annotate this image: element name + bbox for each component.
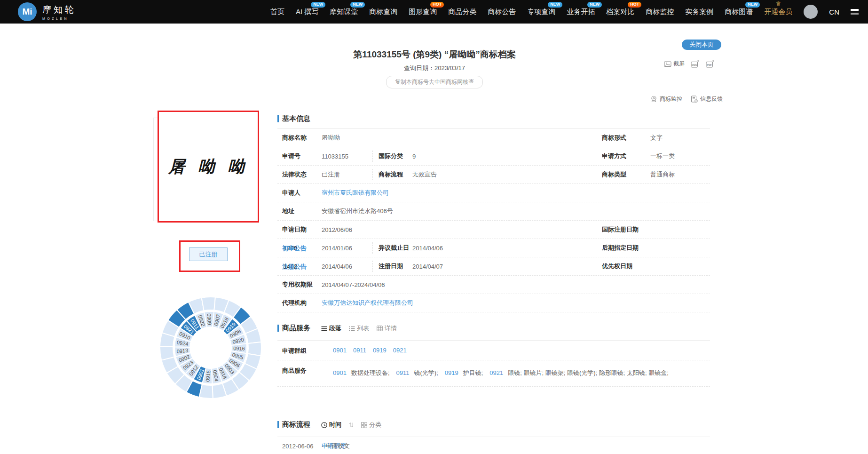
copy-check-button[interactable]: 复制本商标号去中国商标网核查 [386, 76, 483, 88]
field-label: 国际分类 [379, 152, 403, 160]
field-label: 地址 [282, 207, 294, 215]
group-code-link[interactable]: 0919 [373, 347, 387, 354]
section-accent-bar [277, 115, 279, 122]
tab-paragraph-view[interactable]: 段落 [321, 324, 341, 333]
group-code-link[interactable]: 0901 [333, 347, 347, 354]
goods-services-row: 商品服务 0901数据处理设备;0911镜(光学);0919护目镜;0921眼镜… [277, 360, 710, 387]
nav-item-10[interactable]: 商标监控 [646, 8, 674, 16]
wheel-outer-segment-0909[interactable] [202, 297, 215, 311]
class-wheel-chart[interactable]: 0922090909070918091909080920091609050906… [158, 295, 263, 400]
field-value: 普通商标 [650, 170, 675, 179]
flow-group-category[interactable]: 分类 [361, 421, 381, 429]
nav-badge: NEW [587, 2, 602, 8]
goods-view-tabs: 段落 列表 详情 [321, 324, 397, 333]
registered-status-button[interactable]: 已注册 [189, 247, 228, 261]
monitor-camera-icon [650, 96, 657, 103]
gazette-link[interactable]: 初审公告 [282, 244, 307, 252]
nav-item-0[interactable]: 首页 [270, 8, 284, 16]
hamburger-menu-icon[interactable] [851, 9, 859, 15]
nav-item-5[interactable]: 商品分类 [448, 8, 476, 16]
field-value-link[interactable]: 宿州市夏氏眼镜有限公司 [322, 189, 389, 197]
basic-info-section: 基本信息 商标名称屠呦呦商标形式文字申请号11033155国际分类9申请方式一标… [277, 114, 710, 312]
field-value: 文字 [650, 134, 663, 142]
goods-code-link[interactable]: 0911 [396, 369, 410, 376]
nav-item-3[interactable]: 商标查询 [369, 8, 397, 16]
field-label: 注册公告1402 [282, 263, 297, 270]
svg-text:DOC: DOC [692, 63, 697, 66]
nav-item-4[interactable]: 图形查询HOT [409, 8, 437, 16]
field-label: 法律状态 [282, 170, 307, 179]
export-toolbar: 截屏 DOC PDF [664, 60, 715, 68]
tab-list-view[interactable]: 列表 [349, 324, 369, 333]
field-label: 异议截止日 [379, 244, 409, 252]
field-value: 2014/04/07 [412, 263, 443, 270]
section-accent-bar [277, 325, 279, 332]
tab-detail-view[interactable]: 详情 [377, 324, 397, 333]
goods-text: 镜(光学); [414, 369, 438, 376]
nav-item-7[interactable]: 专项查询NEW [527, 8, 555, 16]
goods-code-link[interactable]: 0921 [489, 369, 503, 376]
sort-arrows-icon [349, 422, 354, 428]
flow-sort-toggle[interactable] [349, 422, 354, 428]
field-label: 申请方式 [602, 152, 626, 160]
flow-date: 2012-06-06 [282, 443, 314, 450]
screenshot-icon [664, 61, 671, 67]
group-code-link[interactable]: 0911 [353, 347, 366, 354]
field-label: 商标流程 [379, 170, 403, 179]
goods-title: 商品服务 [282, 324, 310, 333]
goods-section: 商品服务 段落 列表 详情 申请群组 0901091109190921 [277, 324, 710, 387]
user-avatar[interactable] [804, 5, 818, 19]
trademark-detail-page: Mi 摩知轮 MOZLEN 首页AI 撰写NEW摩知课堂NEW商标查询图形查询H… [0, 0, 868, 454]
flow-sort-time[interactable]: 时间 [321, 421, 341, 429]
page-title: 第11033155号 (第9类) “屠呦呦”商标档案 [147, 48, 722, 61]
export-doc-button[interactable]: DOC [691, 60, 700, 68]
nav-item-8[interactable]: 业务开拓NEW [567, 8, 595, 16]
wheel-label-0915: 0915 [205, 370, 211, 382]
nav-item-1[interactable]: AI 撰写NEW [296, 8, 318, 16]
pdf-file-icon: PDF [706, 60, 715, 68]
doc-file-icon: DOC [691, 60, 700, 68]
flow-title: 商标流程 [282, 420, 310, 429]
wheel-label-0909: 0909 [206, 313, 213, 325]
field-value: 2012/06/06 [322, 226, 352, 233]
nav-item-2[interactable]: 摩知课堂NEW [330, 8, 358, 16]
flow-row: 2012-06-06申请程序 - 申请收文 [277, 437, 710, 454]
trademark-monitor-link[interactable]: 商标监控 [650, 95, 682, 103]
nav-item-11[interactable]: 实务案例 [685, 8, 713, 16]
nav-item-9[interactable]: 档案对比HOT [606, 8, 634, 16]
nav-badge: HOT [430, 2, 444, 8]
page-tools: 商标监控 信息反馈 [650, 95, 723, 103]
language-switcher[interactable]: CN [829, 8, 839, 16]
nav-badge: NEW [350, 2, 365, 8]
close-page-button[interactable]: 关闭本页 [682, 40, 721, 50]
feedback-doc-icon [691, 96, 698, 103]
basic-info-row-5: 申请日期2012/06/06国际注册日期 [277, 221, 710, 239]
group-code-link[interactable]: 0921 [393, 347, 407, 354]
field-label: 优先权日期 [602, 262, 632, 271]
basic-info-row-2: 法律状态已注册商标流程无效宣告商标类型普通商标 [277, 166, 710, 184]
field-label: 申请人 [282, 189, 300, 197]
brand-subname: MOZLEN [42, 17, 76, 20]
goods-code-link[interactable]: 0919 [445, 369, 458, 376]
basic-info-row-1: 申请号11033155国际分类9申请方式一标一类 [277, 147, 710, 166]
goods-code-link[interactable]: 0901 [333, 369, 347, 376]
field-value-link[interactable]: 安徽万信达知识产权代理有限公司 [322, 299, 413, 307]
svg-text:PDF: PDF [707, 63, 712, 66]
nav-item-12[interactable]: 商标图谱NEW [725, 8, 753, 16]
export-pdf-button[interactable]: PDF [706, 60, 715, 68]
feedback-link[interactable]: 信息反馈 [691, 95, 723, 103]
brand-logo[interactable]: Mi 摩知轮 MOZLEN [18, 2, 76, 21]
logo-icon: Mi [18, 2, 37, 21]
basic-info-title: 基本信息 [282, 114, 310, 123]
nav-item-6[interactable]: 商标公告 [488, 8, 516, 16]
query-date: 查询日期：2023/03/17 [147, 64, 722, 72]
brand-name: 摩知轮 [42, 4, 76, 16]
field-label: 初审公告1390 [282, 245, 297, 252]
paragraph-icon [321, 326, 327, 331]
column-divider [372, 242, 373, 254]
nav-item-vip[interactable]: ♛开通会员 [764, 8, 792, 16]
gazette-link[interactable]: 注册公告 [282, 262, 307, 271]
screenshot-button[interactable]: 截屏 [664, 60, 685, 68]
nav-badge: NEW [745, 2, 760, 8]
field-label: 商标名称 [282, 134, 307, 142]
